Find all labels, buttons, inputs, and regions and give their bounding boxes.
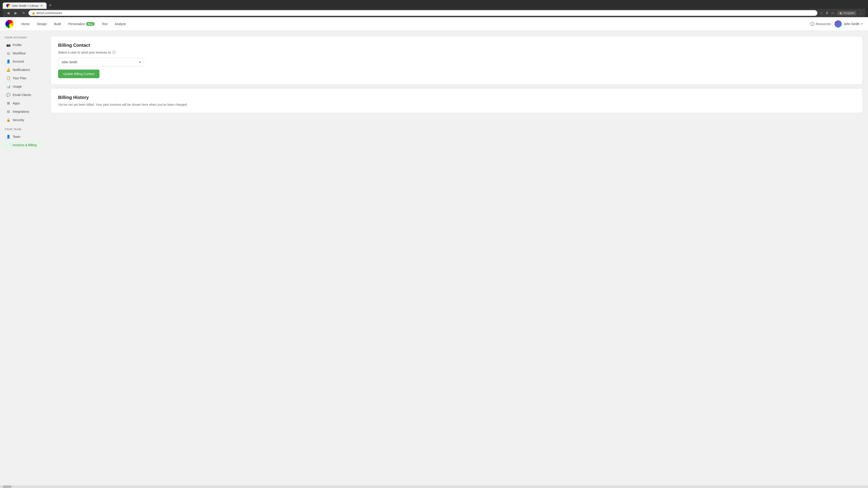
forward-button[interactable]: ▶: [13, 10, 19, 16]
tab-favicon: [6, 4, 10, 7]
nav-analyze[interactable]: Analyze: [112, 20, 129, 28]
app-body: YOUR ACCOUNT 📷 Profile 🗂 Workflow 👤 Acco…: [0, 31, 868, 488]
scrollbar-track[interactable]: [0, 485, 868, 488]
info-icon: i: [810, 22, 814, 26]
url-text: litmus.com/invoices: [37, 11, 62, 15]
tab-grid-icon[interactable]: ▭: [831, 11, 835, 15]
user-select[interactable]: John Smith: [58, 58, 144, 66]
chart-icon: 📊: [6, 85, 10, 89]
integrations-icon: ⊟: [6, 109, 10, 113]
app-logo[interactable]: [5, 20, 13, 28]
user-menu[interactable]: John Smith ▾: [835, 20, 863, 28]
sidebar-item-invoices-billing[interactable]: 📄 Invoices & Billing: [2, 141, 43, 149]
sidebar-your-plan-label: Your Plan: [13, 76, 26, 80]
nav-build[interactable]: Build: [51, 20, 64, 28]
app-header: Home Design Build Personalize New Test A…: [0, 17, 868, 31]
user-name: John Smith: [844, 22, 860, 26]
nav-design[interactable]: Design: [34, 20, 50, 28]
workflow-icon: 🗂: [6, 51, 10, 55]
address-bar[interactable]: 🔒 litmus.com/invoices: [29, 10, 817, 16]
sidebar-item-your-plan[interactable]: 📋 Your Plan: [2, 74, 43, 82]
sidebar-item-account[interactable]: 👤 Account: [2, 57, 43, 66]
avatar: [835, 20, 842, 28]
invoice-icon: 📄: [6, 143, 10, 147]
billing-history-title: Billing History: [58, 95, 855, 100]
resources-label: Resources: [816, 22, 831, 26]
billing-history-card: Billing History You've not yet been bill…: [51, 88, 863, 113]
sidebar: YOUR ACCOUNT 📷 Profile 🗂 Workflow 👤 Acco…: [0, 31, 45, 488]
sidebar-item-workflow[interactable]: 🗂 Workflow: [2, 49, 43, 57]
sidebar-item-apps[interactable]: ⊞ Apps: [2, 99, 43, 107]
nav-home-label: Home: [21, 22, 30, 26]
billing-contact-subtitle-text: Select a user to send your invoices to: [58, 51, 111, 54]
back-button[interactable]: ◀: [5, 10, 11, 16]
addressbar-actions: ☆ ⬇ ▭ 🕵 Incognito ⋮: [819, 11, 863, 15]
nav-analyze-label: Analyze: [115, 22, 126, 26]
app-nav: Home Design Build Personalize New Test A…: [18, 20, 810, 28]
sidebar-integrations-label: Integrations: [13, 110, 29, 113]
bell-icon: 🔔: [6, 68, 10, 72]
user-select-wrapper: John Smith ▾: [58, 58, 144, 66]
sidebar-item-team[interactable]: 👤 Team: [2, 133, 43, 141]
personalize-badge: New: [86, 22, 94, 26]
sidebar-account-label: Account: [13, 60, 24, 63]
sidebar-workflow-label: Workflow: [13, 52, 26, 55]
nav-build-label: Build: [54, 22, 61, 26]
incognito-label: Incognito: [843, 11, 855, 15]
sidebar-item-security[interactable]: 🔒 Security: [2, 116, 43, 124]
nav-design-label: Design: [37, 22, 47, 26]
sidebar-usage-label: Usage: [13, 85, 22, 88]
download-icon[interactable]: ⬇: [826, 11, 829, 15]
sidebar-apps-label: Apps: [13, 101, 20, 105]
camera-icon: 📷: [6, 43, 10, 47]
help-icon[interactable]: ?: [112, 51, 116, 54]
chevron-down-icon: ▾: [861, 22, 863, 26]
nav-personalize-label: Personalize: [68, 22, 85, 26]
sidebar-item-integrations[interactable]: ⊟ Integrations: [2, 107, 43, 116]
sidebar-profile-label: Profile: [13, 43, 22, 47]
tab-title: John Smith > Litmus: [12, 4, 38, 7]
update-billing-contact-button[interactable]: Update Billing Contact: [58, 70, 99, 78]
header-right: i Resources John Smith ▾: [810, 20, 863, 28]
sidebar-security-label: Security: [13, 118, 24, 122]
nav-home[interactable]: Home: [18, 20, 33, 28]
bookmark-icon[interactable]: ☆: [819, 11, 823, 15]
new-tab-button[interactable]: +: [47, 2, 53, 9]
nav-personalize[interactable]: Personalize New: [65, 20, 98, 28]
sidebar-item-notifications[interactable]: 🔔 Notifications: [2, 66, 43, 74]
resources-button[interactable]: i Resources: [810, 22, 831, 26]
sidebar-item-usage[interactable]: 📊 Usage: [2, 83, 43, 91]
main-content: Billing Contact Select a user to send yo…: [45, 31, 868, 488]
incognito-badge: 🕵 Incognito: [837, 11, 856, 15]
apps-icon: ⊞: [6, 101, 10, 105]
reload-button[interactable]: ↻: [21, 10, 26, 16]
your-account-section-label: YOUR ACCOUNT: [0, 36, 45, 41]
nav-test[interactable]: Test: [98, 20, 111, 28]
tab-close-button[interactable]: ✕: [40, 4, 43, 7]
sidebar-team-label: Team: [13, 135, 20, 138]
your-team-section-label: YOUR TEAM: [0, 128, 45, 132]
browser-chrome: John Smith > Litmus ✕ + ◀ ▶ ↻ 🔒 litmus.c…: [0, 0, 868, 17]
email-icon: 💬: [6, 93, 10, 97]
billing-contact-card: Billing Contact Select a user to send yo…: [51, 36, 863, 85]
sidebar-item-profile[interactable]: 📷 Profile: [2, 41, 43, 49]
sidebar-email-clients-label: Email Clients: [13, 93, 31, 97]
account-icon: 👤: [6, 59, 10, 64]
billing-contact-title: Billing Contact: [58, 43, 855, 48]
billing-empty-message: You've not yet been billed. Your past in…: [58, 103, 855, 106]
team-icon: 👤: [6, 135, 10, 139]
nav-test-label: Test: [102, 22, 107, 26]
more-button[interactable]: ⋮: [859, 11, 863, 15]
sidebar-divider: [0, 124, 45, 128]
plan-icon: 📋: [6, 76, 10, 80]
sidebar-item-email-clients[interactable]: 💬 Email Clients: [2, 91, 43, 99]
billing-contact-subtitle: Select a user to send your invoices to ?: [58, 51, 855, 54]
scrollbar-thumb[interactable]: [3, 485, 12, 488]
incognito-icon: 🕵: [839, 11, 842, 15]
sidebar-invoices-label: Invoices & Billing: [13, 143, 37, 147]
browser-tab[interactable]: John Smith > Litmus ✕: [3, 2, 46, 9]
lock-icon: 🔒: [6, 118, 10, 122]
sidebar-notifications-label: Notifications: [13, 68, 30, 72]
